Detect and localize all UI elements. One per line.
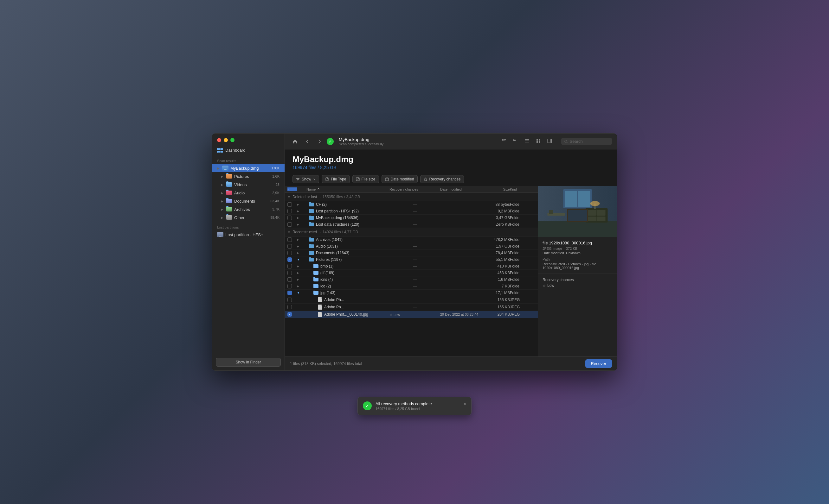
folder-view-button[interactable] [511,137,520,146]
table-row[interactable]: ▶ bmp (1) — 410 KB Folde [285,263,538,270]
table-row-selected[interactable]: ✓ Adobe Phot..._000140.jpg ☆ Low 29 Dec … [285,311,538,318]
kind-cell: JPEG [510,305,535,309]
row-checkbox[interactable] [287,244,292,248]
row-checkbox[interactable] [287,202,292,207]
row-checkbox[interactable] [287,237,292,242]
kind-cell: Folde [510,202,535,207]
row-checkbox[interactable] [287,216,292,220]
row-expand[interactable]: ▼ [297,258,307,261]
recovery-cell: — [390,277,440,282]
row-expand[interactable]: ▶ [297,209,307,213]
sidebar-item-archives[interactable]: ▶ Archives 3,7K [212,205,285,214]
col-date-header[interactable]: Date modified [440,187,484,191]
chevron-icon: ▶ [221,191,225,195]
table-row[interactable]: ▶ Lost partition - HFS+ (92) — 9,2 MB Fo… [285,208,538,215]
row-expand[interactable]: ▶ [297,251,307,255]
sidebar-item-documents[interactable]: ▶ Documents 63,4K [212,197,285,205]
file-type-filter-button[interactable]: File Type [322,175,350,183]
col-size-header[interactable]: Size [484,187,510,191]
size-cell: 88 bytes [484,202,510,207]
select-all-checkbox[interactable]: − [287,187,297,191]
row-checkbox[interactable]: ✓ [287,312,292,317]
panel-button[interactable] [545,137,554,146]
sidebar-item-other[interactable]: ▶ Other 98,4K [212,214,285,222]
file-name: Lost data structures (120) [316,222,359,227]
recovery-cell: — [390,305,440,309]
row-checkbox[interactable] [287,277,292,282]
list-view-button[interactable] [522,137,532,146]
table-row[interactable]: ▶ gif (169) — 463 KB Folde [285,270,538,276]
search-box[interactable] [561,138,612,145]
minimize-button[interactable] [224,138,228,142]
row-expand[interactable]: ▶ [297,223,307,226]
collapse-deleted-button[interactable]: ▼ [287,195,291,199]
row-checkbox[interactable] [287,305,292,309]
col-kind-header[interactable]: Kind [510,187,535,191]
preview-svg [538,186,617,237]
table-row[interactable]: ▶ Documents (11643) — 78,4 MB Folde [285,250,538,257]
row-expand[interactable]: ▶ [297,216,307,220]
forward-button[interactable] [315,138,324,145]
file-name-cell: Adobe Ph... [307,305,390,310]
svg-rect-13 [551,139,552,143]
row-checkbox[interactable] [287,251,292,255]
table-row[interactable]: ▶ ico (2) — 7 KB Folde [285,283,538,290]
traffic-lights [212,133,285,145]
row-expand[interactable]: ▶ [297,284,307,288]
collapse-reconstructed-button[interactable]: ▼ [287,230,291,234]
table-row[interactable]: ▶ Audio (1031) — 1,97 GB Folde [285,243,538,250]
col-name-header[interactable]: Name [307,187,390,191]
toast-close-button[interactable]: × [464,401,466,406]
row-checkbox[interactable] [287,271,292,275]
file-type-icon [325,177,329,181]
sidebar-item-pictures[interactable]: ▶ Pictures 1,6K [212,172,285,181]
row-checkbox[interactable] [287,298,292,302]
sidebar-item-label: Videos [234,182,247,187]
col-recovery-header[interactable]: Recovery chances [390,187,440,191]
grid-view-button[interactable] [534,137,543,146]
row-expand[interactable]: ▶ [297,245,307,248]
table-row[interactable]: ▶ MyBackup.dmg (154836) — 3,47 GB Folde [285,215,538,221]
file-view-button[interactable] [499,137,509,146]
table-row[interactable]: ▶ icns (4) — 1,6 MB Folde [285,276,538,283]
row-expand[interactable]: ▶ [297,265,307,268]
row-checkbox[interactable]: − [287,258,292,262]
table-row[interactable]: Adobe Ph... — 155 KB JPEG [285,304,538,311]
dashboard-nav-item[interactable]: Dashboard [212,145,285,155]
sidebar-item-videos[interactable]: ▶ Videos 23 [212,181,285,189]
table-row[interactable]: ▶ CF (2) — 88 bytes Folde [285,201,538,208]
sidebar-item-lost-partition[interactable]: Lost partition - HFS+ [212,230,285,239]
file-name: Adobe Ph... [324,298,344,302]
row-expand[interactable]: ▶ [297,278,307,281]
row-expand[interactable]: ▶ [297,203,307,206]
date-modified-filter-button[interactable]: Date modified [382,175,418,183]
row-expand[interactable]: ▶ [297,238,307,241]
sidebar-item-audio[interactable]: ▶ Audio 2,9K [212,189,285,197]
sidebar-item-label: Other [234,215,245,220]
recover-button[interactable]: Recover [585,359,612,368]
table-row[interactable]: ▶ Lost data structures (120) — Zero KB F… [285,221,538,228]
table-row[interactable]: ▶ Archives (1041) — 478,2 MB Folde [285,236,538,243]
close-button[interactable] [217,138,221,142]
search-input[interactable] [570,139,609,144]
recovery-chances-filter-button[interactable]: Recovery chances [420,175,464,183]
sidebar-item-mybackup[interactable]: ▶ MyBackup.dmg 170K [212,164,285,172]
row-checkbox[interactable] [287,209,292,214]
row-expand[interactable]: ▼ [297,291,307,295]
file-size-filter-button[interactable]: File size [352,175,379,183]
back-button[interactable] [303,138,312,145]
table-row[interactable]: Adobe Ph... — 155 KB JPEG [285,296,538,304]
folder-icon [309,223,314,226]
show-in-finder-button[interactable]: Show in Finder [216,358,281,366]
table-row[interactable]: − ▼ jpg (143) — 17,1 MB Folde [285,290,538,296]
maximize-button[interactable] [230,138,235,142]
home-button[interactable] [290,138,300,145]
show-filter-button[interactable]: Show [292,175,319,183]
row-checkbox[interactable]: − [287,290,292,295]
svg-rect-25 [565,191,577,207]
row-checkbox[interactable] [287,284,292,288]
row-checkbox[interactable] [287,264,292,268]
row-checkbox[interactable] [287,222,292,227]
row-expand[interactable]: ▶ [297,271,307,274]
table-row[interactable]: − ▼ Pictures (1197) — 55,1 MB Folde [285,257,538,263]
